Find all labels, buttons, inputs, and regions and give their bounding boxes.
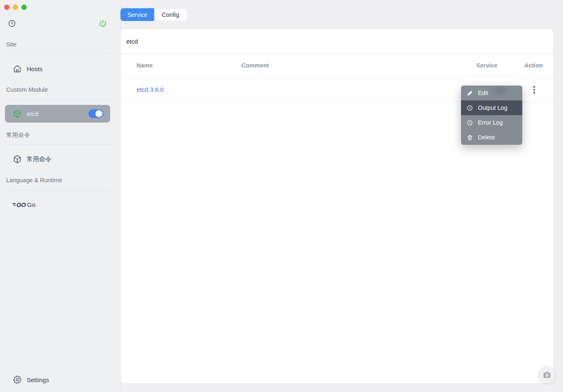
- tab-config[interactable]: Config: [154, 8, 187, 21]
- search-input[interactable]: [126, 38, 547, 45]
- app-window: Site Hosts Custom Module etcd 常: [0, 0, 563, 392]
- menu-item-label: Delete: [478, 134, 495, 141]
- column-header-comment: Comment: [241, 54, 269, 77]
- go-speed-lines: [12, 203, 16, 206]
- sidebar-item-label: 常用命令: [27, 155, 51, 163]
- minimize-window-button[interactable]: [13, 5, 18, 10]
- sidebar-item-go[interactable]: GO Go: [0, 197, 120, 211]
- menu-item-label: Output Log: [478, 104, 507, 111]
- close-window-button[interactable]: [4, 5, 9, 10]
- divider: [5, 190, 110, 190]
- pencil-icon: [467, 90, 473, 96]
- kebab-menu-icon[interactable]: [528, 83, 540, 96]
- menu-item-label: Error Log: [478, 119, 503, 126]
- divider: [5, 53, 110, 53]
- gear-icon: [13, 376, 21, 384]
- screenshot-fab-button[interactable]: [538, 366, 555, 383]
- home-icon: [13, 65, 21, 73]
- sidebar-item-label: Settings: [27, 376, 49, 383]
- menu-item-delete[interactable]: Delete: [461, 130, 522, 145]
- search-row: [120, 29, 553, 54]
- cube-icon: [13, 155, 21, 163]
- window-controls: [4, 5, 27, 10]
- sidebar-section-site: Site: [6, 41, 16, 48]
- zoom-window-button[interactable]: [21, 5, 27, 10]
- camera-pin-icon: [542, 371, 551, 380]
- clock-icon[interactable]: [7, 19, 16, 28]
- go-logo-icon: GO: [12, 201, 24, 208]
- view-tabs: Service Config: [120, 8, 187, 21]
- sidebar-section-custom-module: Custom Module: [6, 86, 48, 93]
- trash-icon: [467, 135, 473, 141]
- column-header-service: Service: [476, 54, 498, 77]
- sidebar-item-label: Go: [27, 201, 35, 208]
- clock-icon: [467, 120, 473, 126]
- clock-icon: [467, 105, 473, 111]
- divider: [5, 99, 110, 100]
- sidebar-section-language-runtime: Language & Runtime: [6, 177, 62, 183]
- menu-item-error-log[interactable]: Error Log: [461, 115, 522, 130]
- column-header-action: Action: [524, 54, 543, 77]
- sidebar-item-label: etcd: [27, 110, 38, 117]
- table-header: Name Comment Service Action: [120, 54, 553, 77]
- tab-service[interactable]: Service: [120, 8, 154, 21]
- divider: [5, 144, 110, 145]
- power-icon[interactable]: [98, 19, 107, 28]
- menu-item-edit[interactable]: Edit: [461, 86, 522, 100]
- service-name-link[interactable]: etcd 3.6.0: [137, 86, 164, 93]
- etcd-service-toggle[interactable]: [88, 109, 103, 118]
- cube-icon: [13, 110, 21, 118]
- sidebar: Site Hosts Custom Module etcd 常: [0, 0, 120, 392]
- row-context-menu: Edit Output Log Error Log: [461, 86, 522, 145]
- sidebar-section-commands: 常用命令: [6, 131, 30, 139]
- service-panel: Name Comment Service Action etcd 3.6.0: [120, 29, 553, 383]
- column-header-name: Name: [137, 54, 153, 77]
- sidebar-item-label: Hosts: [27, 65, 42, 72]
- sidebar-item-hosts[interactable]: Hosts: [0, 62, 120, 76]
- sidebar-item-commands[interactable]: 常用命令: [0, 152, 120, 166]
- sidebar-item-settings[interactable]: Settings: [0, 373, 120, 387]
- menu-item-label: Edit: [478, 90, 488, 96]
- toggle-knob: [95, 110, 102, 117]
- menu-item-output-log[interactable]: Output Log: [461, 100, 522, 115]
- sidebar-item-etcd[interactable]: etcd: [5, 105, 110, 123]
